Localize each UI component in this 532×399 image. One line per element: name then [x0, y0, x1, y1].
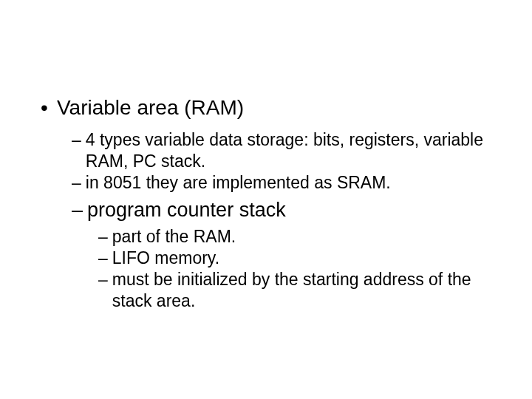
- level3-group: – part of the RAM. – LIFO memory. – must…: [98, 226, 502, 311]
- dash-icon: –: [98, 269, 112, 312]
- bullet-level3-text: LIFO memory.: [112, 248, 502, 269]
- dash-icon: –: [72, 172, 86, 194]
- bullet-level1-text: Variable area (RAM): [57, 95, 244, 120]
- dash-icon: –: [98, 248, 112, 269]
- bullet-level3: – part of the RAM.: [98, 226, 502, 248]
- level2-group: – 4 types variable data storage: bits, r…: [72, 129, 502, 193]
- slide: •Variable area (RAM) – 4 types variable …: [0, 0, 532, 399]
- bullet-level2-text: 4 types variable data storage: bits, reg…: [86, 129, 502, 172]
- bullet-level2-emphasis: – program counter stack: [72, 197, 502, 223]
- bullet-level3: – must be initialized by the starting ad…: [98, 269, 502, 312]
- bullet-level2: – in 8051 they are implemented as SRAM.: [72, 172, 502, 194]
- bullet-level3-text: part of the RAM.: [112, 226, 502, 248]
- bullet-level2: – 4 types variable data storage: bits, r…: [72, 129, 502, 172]
- bullet-level3-text: must be initialized by the starting addr…: [112, 269, 502, 312]
- bullet-level2-emphasis-text: program counter stack: [87, 197, 286, 223]
- dash-icon: –: [72, 197, 87, 223]
- slide-body: •Variable area (RAM) – 4 types variable …: [41, 95, 502, 311]
- dash-icon: –: [98, 226, 112, 248]
- bullet-level1: •Variable area (RAM): [41, 95, 502, 120]
- bullet-level3: – LIFO memory.: [98, 248, 502, 269]
- dash-icon: –: [72, 129, 86, 172]
- bullet-level2-text: in 8051 they are implemented as SRAM.: [86, 172, 502, 194]
- bullet-dot-icon: •: [41, 95, 57, 120]
